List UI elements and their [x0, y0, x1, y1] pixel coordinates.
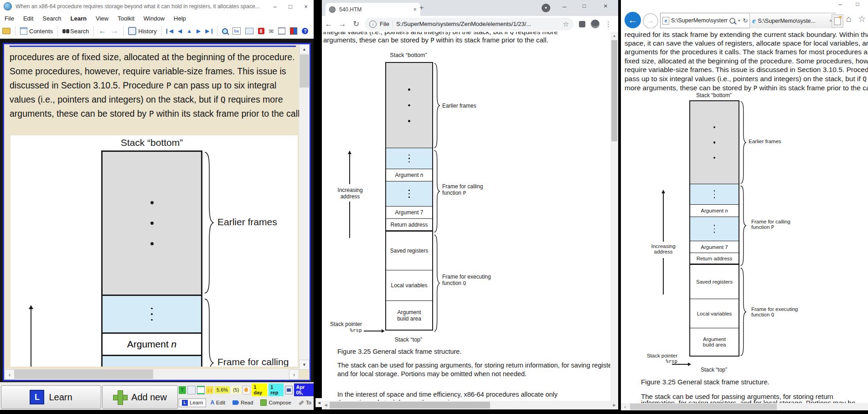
scrollbar-thumb[interactable]	[300, 55, 309, 88]
maximize-button[interactable]: □	[851, 1, 864, 7]
horizontal-scrollbar[interactable]: ◀ ▶	[322, 401, 618, 409]
browser-tab[interactable]: e S:\SuperMemo\syste... ×	[749, 13, 835, 28]
search-button[interactable]: Search	[60, 27, 91, 36]
maximize-button[interactable]: □	[283, 1, 298, 11]
search-icon[interactable]	[729, 18, 735, 24]
update-chip-icon[interactable]: ▼	[542, 4, 550, 12]
scroll-up-button[interactable]: ▲	[299, 44, 310, 54]
tab-learn[interactable]: LLearn	[179, 398, 206, 407]
lookup-button[interactable]: ba	[230, 26, 243, 36]
browser-tab[interactable]: 540.HTM ×	[326, 3, 420, 16]
menu-file[interactable]: File	[0, 14, 19, 23]
contents-button[interactable]: Contents	[18, 26, 55, 36]
forward-button[interactable]: →	[643, 13, 658, 29]
history-button[interactable]: History	[126, 26, 159, 36]
maximize-button[interactable]: □	[583, 3, 586, 9]
scroll-left-button[interactable]: ‹	[5, 369, 15, 380]
back-button[interactable]: ←	[625, 12, 641, 28]
back-button[interactable]: ←	[96, 26, 108, 36]
scrollbar-thumb[interactable]	[330, 402, 490, 409]
interval-badge[interactable]: 1 day	[252, 383, 267, 396]
menu-view[interactable]: View	[91, 14, 113, 23]
find-button[interactable]	[220, 27, 230, 35]
scroll-left-button[interactable]: ◀	[322, 401, 330, 409]
vertical-scrollbar[interactable]: ▲ ▼	[299, 44, 310, 369]
new-tab-button[interactable]: +	[419, 4, 424, 12]
menu-window[interactable]: Window	[139, 14, 169, 23]
new-tab-button[interactable]	[832, 14, 843, 28]
url-text[interactable]: S:/SuperMemo/systems/ZenMode/elements/1/…	[396, 21, 560, 27]
forward-button[interactable]: →	[108, 26, 121, 36]
menu-edit[interactable]: Edit	[19, 14, 38, 23]
chevron-down-icon[interactable]: ▼	[737, 19, 741, 23]
first-element-button[interactable]: ◀	[164, 27, 176, 35]
count-badge[interactable]: (5)	[231, 386, 241, 393]
menu-dots-icon[interactable]: ⋮	[605, 20, 612, 28]
menu-search[interactable]: Search	[38, 14, 66, 23]
refresh-icon[interactable]: ↻	[743, 17, 748, 24]
scroll-right-button[interactable]: ▶	[610, 401, 618, 409]
scroll-down-button[interactable]: ▼	[299, 360, 310, 370]
add-new-button[interactable]: Add new	[102, 385, 178, 409]
element-window[interactable]: procedures are of fixed size, allocated …	[3, 43, 311, 381]
vertical-scrollbar[interactable]: ▲	[610, 32, 618, 401]
options-button[interactable]	[288, 26, 300, 36]
address-bar[interactable]: i File S:/SuperMemo/systems/ZenMode/elem…	[365, 18, 574, 31]
date-badge[interactable]: Apr 05,	[294, 383, 314, 396]
last-element-button[interactable]: ▶	[203, 27, 214, 35]
reference-icon[interactable]: [..]	[206, 386, 213, 394]
tab-tools[interactable]: To	[295, 398, 315, 407]
window-icon[interactable]	[285, 386, 293, 394]
menu-help[interactable]: Help	[169, 14, 191, 23]
next-element-button[interactable]: ▶	[194, 27, 203, 35]
document-icon[interactable]	[197, 386, 205, 394]
report-button[interactable]	[276, 26, 288, 36]
scroll-right-button[interactable]: ›	[289, 369, 299, 380]
learn-big-button[interactable]: L Learn	[1, 385, 101, 409]
horizontal-scrollbar[interactable]: ‹ ›	[4, 369, 299, 380]
tab-compose[interactable]: Compose	[257, 398, 294, 407]
tab-edit[interactable]: AEdit	[207, 398, 228, 407]
tab-close-icon[interactable]: ×	[413, 6, 417, 13]
last-icon	[212, 29, 212, 34]
retention-badge[interactable]: 5.6%	[215, 386, 230, 393]
repetition-badge[interactable]: 1 rep	[269, 383, 283, 396]
reading-list-button[interactable]	[243, 27, 256, 35]
minimize-button[interactable]: –	[267, 1, 283, 11]
reload-button[interactable]: ↻	[349, 19, 363, 29]
favorites-star-icon[interactable]: ☆	[858, 14, 866, 24]
help-button[interactable]: ?	[300, 27, 310, 35]
titlebar[interactable]: When an x86-64 procedure requires storag…	[0, 0, 314, 13]
close-button[interactable]: ×	[298, 1, 314, 11]
scrollbar-thumb[interactable]	[630, 404, 777, 410]
tasklist-button[interactable]: 8	[256, 27, 267, 35]
info-icon[interactable]: i	[369, 21, 377, 28]
bookmark-star-icon[interactable]: ☆	[563, 20, 569, 28]
clipboard-icon[interactable]	[187, 386, 196, 394]
previous-element-button[interactable]: ◀	[176, 27, 184, 35]
menu-learn[interactable]: Learn	[66, 14, 91, 23]
home-icon[interactable]: ⌂	[846, 14, 852, 24]
profile-avatar[interactable]	[591, 20, 599, 28]
address-text[interactable]: S:\SuperMemo\system	[671, 17, 728, 24]
scrollbar-thumb[interactable]	[611, 40, 617, 141]
bulb-icon[interactable]	[243, 386, 251, 394]
extensions-icon[interactable]	[579, 21, 585, 27]
scrollbar-thumb[interactable]	[14, 369, 153, 379]
menu-toolkit[interactable]: Toolkit	[113, 14, 139, 23]
open-collection-button[interactable]	[0, 27, 13, 35]
scroll-up-button[interactable]: ▲	[610, 32, 618, 40]
tab-read[interactable]: Read	[229, 398, 257, 407]
minimize-button[interactable]: –	[833, 1, 847, 8]
scroll-left-button[interactable]: ‹	[621, 403, 629, 410]
element-text[interactable]: procedures are of fixed size, allocated …	[10, 50, 302, 121]
mail-button[interactable]: ✉	[267, 27, 276, 36]
parent-element-button[interactable]: ▲	[184, 27, 194, 35]
address-bar[interactable]: e S:\SuperMemo\system ▼ ↻	[660, 13, 750, 28]
minimize-button[interactable]: –	[563, 3, 566, 10]
task-icon[interactable]: T	[179, 386, 186, 394]
forward-button[interactable]: →	[336, 20, 349, 29]
back-button[interactable]: ←	[322, 20, 336, 29]
horizontal-scrollbar[interactable]: ‹	[621, 403, 868, 410]
close-button[interactable]: ×	[604, 2, 608, 10]
